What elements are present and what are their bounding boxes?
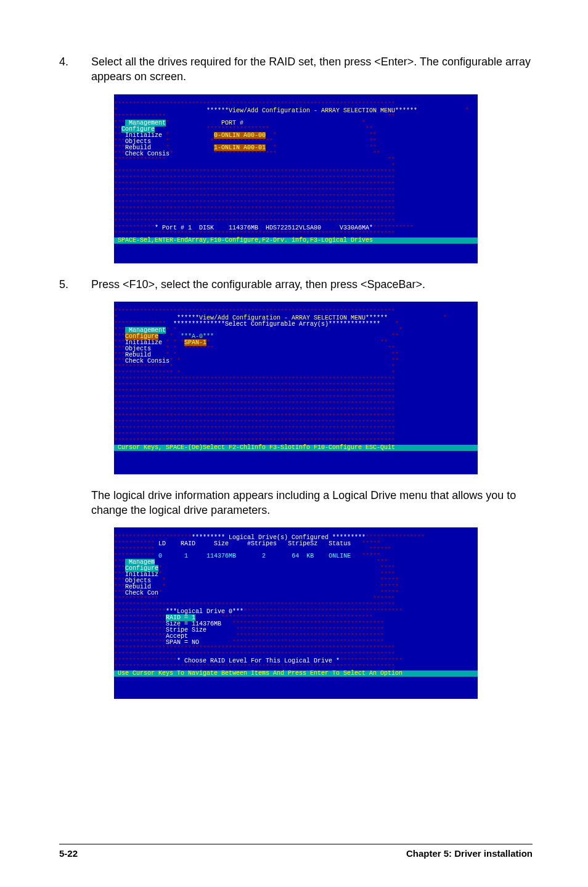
screenshot-configurable-array: ****************************************… xyxy=(114,302,478,474)
footer-chapter-title: Chapter 5: Driver installation xyxy=(406,848,533,859)
step-4: 4. Select all the drives required for th… xyxy=(59,54,533,85)
step-4-number: 4. xyxy=(59,54,74,85)
post-step5-text: The logical drive information appears in… xyxy=(91,488,533,518)
screenshot-logical-drive: ****************************** Logical D… xyxy=(114,527,478,699)
step-4-text: Select all the drives required for the R… xyxy=(91,54,533,85)
step-5-number: 5. xyxy=(59,277,74,292)
ss1-bottom-bar: SPACE-Sel,ENTER-EndArray,F10-Configure,F… xyxy=(114,237,478,244)
screenshot-array-selection-1: ****************************************… xyxy=(114,94,478,263)
page-footer: 5-22 Chapter 5: Driver installation xyxy=(59,844,533,859)
footer-page-number: 5-22 xyxy=(59,848,78,859)
ss2-bottom-bar: Cursor Keys, SPACE-(De)Select F2-ChlInfo… xyxy=(114,445,478,451)
step-5: 5. Press <F10>, select the configurable … xyxy=(59,277,533,292)
ss3-bottom-bar: Use Cursor Keys To Navigate Between Item… xyxy=(114,670,478,677)
step-5-text: Press <F10>, select the configurable arr… xyxy=(91,277,425,292)
